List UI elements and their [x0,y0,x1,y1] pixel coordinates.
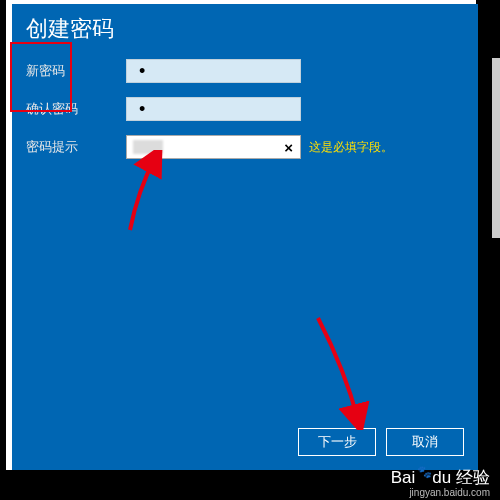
new-password-row: 新密码 • [26,58,464,84]
dialog-title: 创建密码 [12,4,478,58]
password-form: 新密码 • 确认密码 • 密码提示 × 这是必填字段。 [12,58,478,160]
watermark-brand: Bai [391,468,416,488]
watermark-url: jingyan.baidu.com [391,487,490,498]
new-password-input[interactable]: • [126,59,301,83]
button-bar: 下一步 取消 [298,428,464,456]
watermark-brand-suffix: du 经验 [432,466,490,489]
cancel-button[interactable]: 取消 [386,428,464,456]
clear-icon[interactable]: × [281,139,296,156]
next-button[interactable]: 下一步 [298,428,376,456]
hint-blurred-text [133,140,163,154]
required-field-error: 这是必填字段。 [309,139,393,156]
password-mask: • [139,100,145,118]
password-mask: • [139,62,145,80]
password-hint-input[interactable]: × [126,135,301,159]
confirm-password-label: 确认密码 [26,100,126,118]
watermark: Bai🐾du 经验 jingyan.baidu.com [391,466,490,498]
password-hint-label: 密码提示 [26,138,126,156]
new-password-label: 新密码 [26,62,126,80]
confirm-password-input[interactable]: • [126,97,301,121]
paw-icon: 🐾 [417,465,430,479]
scrollbar[interactable] [492,58,500,238]
confirm-password-row: 确认密码 • [26,96,464,122]
password-hint-row: 密码提示 × 这是必填字段。 [26,134,464,160]
create-password-dialog: 创建密码 新密码 • 确认密码 • 密码提示 × 这是必填字段。 下一步 取消 [12,4,478,470]
